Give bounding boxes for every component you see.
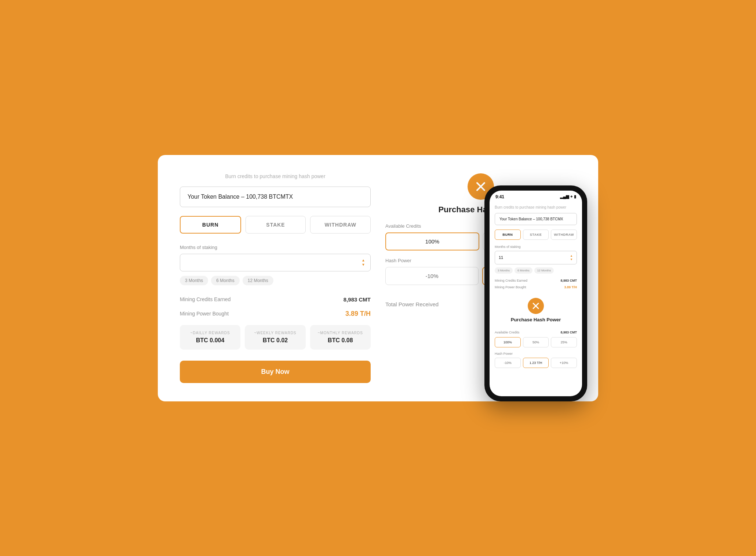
- phone-hash-power-label: Hash Power: [495, 352, 577, 355]
- phone-pills: 3 Months 6 Months 12 Months: [495, 267, 577, 274]
- weekly-rewards-title: ~WEEKLY REWARDS: [248, 331, 302, 335]
- phone-pill-6[interactable]: 6 Months: [515, 267, 533, 274]
- phone-status-bar: 9:41 ▂▄▆ ⌖ ▮: [490, 191, 582, 202]
- phone-content: Burn credits to purchase mining hash pow…: [490, 202, 582, 372]
- mining-credits-row: Mining Credits Earned 8,983 CMT: [180, 296, 371, 303]
- right-panel: Purchase Hash Power Available Credits 10…: [385, 173, 576, 383]
- phone-status-icons: ▂▄▆ ⌖ ▮: [560, 194, 576, 199]
- phone-credit-btns: 100% 50% 25%: [495, 337, 577, 347]
- phone-hash-value[interactable]: 1.23 T/H: [523, 358, 549, 368]
- burn-button[interactable]: BURN: [180, 216, 241, 234]
- stepper-down-icon[interactable]: ▼: [361, 263, 365, 267]
- phone-coin-section: Purchase Hash Power: [495, 292, 577, 331]
- rewards-row: ~DAILLY REWARDS BTC 0.004 ~WEEKLY REWARD…: [180, 325, 371, 350]
- phone-available-label: Available Credits: [495, 331, 519, 334]
- mining-credits-label: Mining Credits Earned: [180, 296, 231, 302]
- mining-power-label: Mining Power Bought: [180, 311, 229, 317]
- phone-hash-btns: -10% 1.23 T/H +10%: [495, 358, 577, 368]
- stepper-up-icon[interactable]: ▲: [361, 259, 365, 262]
- pill-6-months[interactable]: 6 Months: [211, 276, 239, 285]
- months-input-wrapper: 11 ▲ ▼: [180, 254, 371, 271]
- phone-btn-group: BURN STAKE WITHDRAW: [495, 230, 577, 240]
- phone-stepper[interactable]: ▲ ▼: [570, 254, 573, 261]
- mining-credits-value: 8,983 CMT: [344, 296, 371, 303]
- phone-screen: 9:41 ▂▄▆ ⌖ ▮ Burn credits to purchase mi…: [490, 191, 582, 396]
- phone-stake-btn[interactable]: STAKE: [523, 230, 549, 240]
- phone-power-value: 3.89 T/H: [564, 285, 577, 289]
- pill-3-months[interactable]: 3 Months: [180, 276, 208, 285]
- phone-credit-50[interactable]: 50%: [523, 337, 549, 347]
- weekly-rewards-box: ~WEEKLY REWARDS BTC 0.02: [245, 325, 305, 350]
- credit-100-btn[interactable]: 100%: [385, 232, 479, 250]
- weekly-rewards-value: BTC 0.02: [248, 337, 302, 344]
- phone-credit-100[interactable]: 100%: [495, 337, 521, 347]
- monthly-rewards-value: BTC 0.08: [314, 337, 367, 344]
- mining-power-value: 3.89 T/H: [345, 310, 371, 318]
- phone-power-label: Mining Power Bought: [495, 285, 526, 289]
- daily-rewards-value: BTC 0.004: [183, 337, 237, 344]
- phone-months-value: 11: [499, 255, 503, 260]
- monthly-rewards-title: ~MONTHLY REWARDS: [314, 331, 367, 335]
- monthly-rewards-box: ~MONTHLY REWARDS BTC 0.08: [310, 325, 371, 350]
- pill-12-months[interactable]: 12 Months: [243, 276, 273, 285]
- phone-pill-12[interactable]: 12 Months: [534, 267, 554, 274]
- phone-hash-plus10[interactable]: +10%: [551, 358, 577, 368]
- phone-subtitle: Burn credits to purchase mining hash pow…: [495, 205, 577, 209]
- action-button-group: BURN STAKE WITHDRAW: [180, 216, 371, 234]
- phone-hash-minus10[interactable]: -10%: [495, 358, 521, 368]
- phone-months-input[interactable]: 11 ▲ ▼: [495, 251, 577, 264]
- total-power-label: Total Power Received: [385, 301, 439, 307]
- phone-available-credits-row: Available Credits 8,983 CMT: [495, 331, 577, 334]
- phone-token-balance: Your Token Balance – 100,738 BTCMX: [495, 213, 577, 225]
- phone-purchase-title: Purchase Hash Power: [495, 317, 577, 322]
- mining-power-row: Mining Power Bought 3.89 T/H: [180, 310, 371, 318]
- phone-burn-btn[interactable]: BURN: [495, 230, 521, 240]
- token-balance-display: Your Token Balance – 100,738 BTCMTX: [180, 187, 371, 207]
- phone-pill-3[interactable]: 3 Months: [495, 267, 513, 274]
- signal-icon: ▂▄▆: [560, 194, 569, 199]
- phone-mining-credits-row: Mining Credits Earned 8,983 CMT: [495, 279, 577, 282]
- months-stepper[interactable]: ▲ ▼: [361, 259, 365, 267]
- daily-rewards-title: ~DAILLY REWARDS: [183, 331, 237, 335]
- main-card: Burn credits to purchase mining hash pow…: [158, 155, 598, 401]
- left-panel: Burn credits to purchase mining hash pow…: [180, 173, 371, 383]
- phone-stepper-up[interactable]: ▲: [570, 254, 573, 257]
- phone-credits-label: Mining Credits Earned: [495, 279, 527, 282]
- phone-time: 9:41: [495, 194, 504, 199]
- wifi-icon: ⌖: [570, 194, 573, 199]
- phone-mockup: 9:41 ▂▄▆ ⌖ ▮ Burn credits to purchase mi…: [484, 185, 587, 401]
- phone-available-value: 8,983 CMT: [560, 331, 577, 334]
- withdraw-button[interactable]: WITHDRAW: [310, 216, 371, 234]
- phone-stepper-down[interactable]: ▼: [570, 258, 573, 261]
- phone-mining-power-row: Mining Power Bought 3.89 T/H: [495, 285, 577, 289]
- phone-withdraw-btn[interactable]: WITHDRAW: [551, 230, 577, 240]
- phone-credit-25[interactable]: 25%: [551, 337, 577, 347]
- phone-coin-icon: [528, 298, 544, 314]
- hash-minus10-btn[interactable]: -10%: [385, 267, 479, 285]
- page-subtitle: Burn credits to purchase mining hash pow…: [180, 173, 371, 179]
- battery-icon: ▮: [574, 194, 576, 199]
- phone-months-label: Months of staking: [495, 245, 577, 249]
- months-section-label: Months of staking: [180, 245, 371, 250]
- buy-now-button[interactable]: Buy Now: [180, 361, 371, 383]
- months-input[interactable]: 11: [185, 259, 361, 266]
- months-pills: 3 Months 6 Months 12 Months: [180, 276, 371, 285]
- daily-rewards-box: ~DAILLY REWARDS BTC 0.004: [180, 325, 240, 350]
- stake-button[interactable]: STAKE: [246, 216, 306, 234]
- phone-credits-value: 8,983 CMT: [560, 279, 577, 282]
